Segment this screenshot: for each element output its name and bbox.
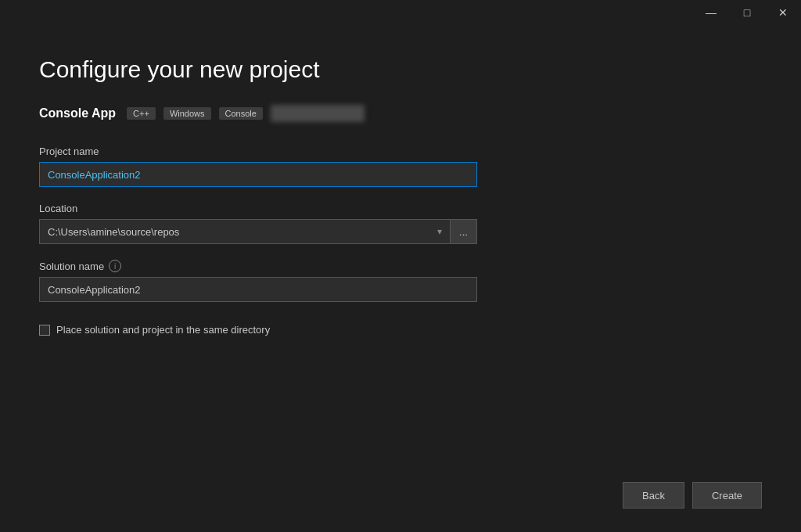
back-button[interactable]: Back (623, 482, 684, 509)
bottom-bar: Back Create (623, 482, 762, 509)
maximize-button[interactable]: □ (729, 0, 765, 25)
main-content: Configure your new project Console App C… (0, 25, 801, 532)
close-button[interactable]: ✕ (765, 0, 801, 25)
project-name-label: Project name (39, 146, 762, 157)
solution-name-info-icon[interactable]: i (109, 260, 121, 272)
same-directory-checkbox[interactable] (39, 325, 50, 336)
same-directory-checkbox-label[interactable]: Place solution and project in the same d… (39, 324, 270, 336)
solution-name-label: Solution name i (39, 260, 762, 272)
location-group: Location C:\Users\amine\source\repos ... (39, 203, 762, 244)
same-directory-row: Place solution and project in the same d… (39, 324, 762, 336)
location-select[interactable]: C:\Users\amine\source\repos (39, 219, 450, 244)
page-title: Configure your new project (39, 56, 762, 83)
tag-console: Console (219, 107, 263, 120)
location-row: C:\Users\amine\source\repos ... (39, 219, 762, 244)
app-type-name: Console App (39, 106, 116, 120)
create-button[interactable]: Create (692, 482, 762, 509)
location-select-wrapper: C:\Users\amine\source\repos (39, 219, 450, 244)
project-name-input[interactable] (39, 162, 477, 187)
app-type-row: Console App C++ Windows Console (39, 105, 762, 122)
browse-button[interactable]: ... (450, 219, 477, 244)
solution-name-input[interactable] (39, 277, 477, 302)
project-name-group: Project name (39, 146, 762, 187)
minimize-button[interactable]: — (693, 0, 729, 25)
location-label: Location (39, 203, 762, 214)
tag-blurred (271, 105, 365, 122)
tag-windows: Windows (163, 107, 211, 120)
tag-cpp: C++ (127, 107, 156, 120)
solution-name-group: Solution name i (39, 260, 762, 302)
title-bar: — □ ✕ (693, 0, 801, 25)
same-directory-label: Place solution and project in the same d… (56, 324, 270, 336)
